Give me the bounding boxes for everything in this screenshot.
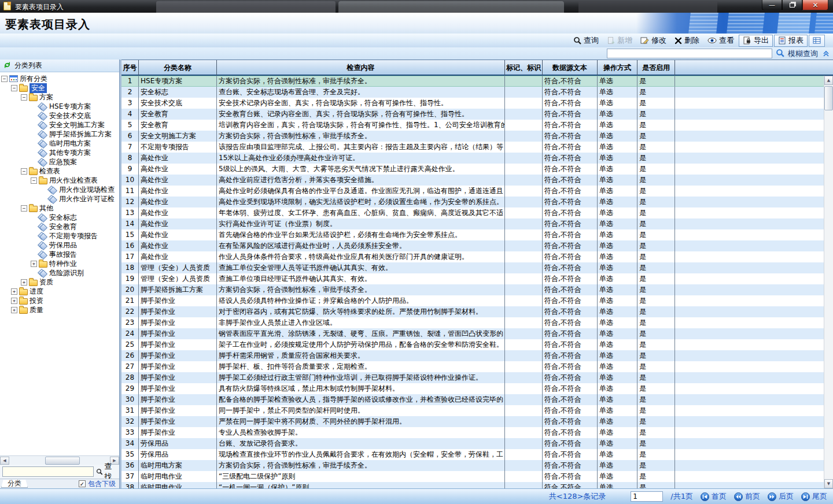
column-header-no[interactable]: 序号 — [121, 60, 139, 76]
table-row[interactable]: 5安全教育培训教育内容全面，真实，符合现场实际，符合有可操作性、指导性。1、公司… — [121, 120, 833, 131]
tree-search-input[interactable] — [2, 466, 94, 477]
table-vertical-scrollbar[interactable]: ▲ ▼ — [824, 76, 833, 488]
tree-item[interactable]: 劳保用品 — [0, 240, 119, 250]
tree-item[interactable]: 不定期专项报告 — [0, 231, 119, 240]
tree-item[interactable]: 用火作业许可证检 — [0, 194, 119, 203]
expand-node-icon[interactable]: + — [11, 288, 17, 295]
table-row[interactable]: 31脚手架作业同一脚手架中，禁止不同类型的架杆同时使用。符合,不符合单选是 — [121, 405, 833, 416]
include-sublevel-checkbox[interactable]: ✓ — [79, 480, 86, 487]
table-row[interactable]: 6安全文明施工方案方案切合实际，符合强制性标准，审批手续齐全。符合,不符合单选是 — [121, 131, 833, 142]
tree-item[interactable]: −用火作业检查表 — [0, 176, 119, 185]
expand-node-icon[interactable]: + — [31, 261, 37, 267]
tree-item[interactable]: 安全技术交底 — [0, 111, 119, 120]
table-row[interactable]: 19管理（安全）人员资质查施工单位项目经理证书原件确认其真实、有效。符合,不符合… — [121, 273, 833, 284]
table-row[interactable]: 30脚手架作业配备合格的脚手架检查验收人员，指导脚手架的搭设或修改作业，并检查验… — [121, 394, 833, 405]
tree-item[interactable]: +投资 — [0, 296, 119, 305]
column-header-mark[interactable]: 标记、标识 — [505, 60, 543, 76]
first-page-button[interactable]: 首页 — [701, 491, 727, 502]
table-row[interactable]: 24脚手架作业钢管表面应平直光滑、涂防锈漆，无裂缝、硬弯、压痕。严重锈蚀、裂缝，… — [121, 328, 833, 339]
导出-button[interactable]: 导出 — [739, 35, 773, 47]
table-row[interactable]: 13高处作业年老体弱、疲劳过度、女工怀孕、患有高血压、心脏病、贫血、癫痫病、高度… — [121, 207, 833, 218]
tree-item[interactable]: −所有分类 — [0, 74, 119, 83]
collapse-node-icon[interactable]: − — [1, 76, 8, 82]
fuzzy-search-icon[interactable] — [776, 49, 784, 59]
next-page-button[interactable]: 后页 — [768, 491, 794, 502]
table-row[interactable]: 17高处作业作业人员身体条件符合要求，特级高处作业应具有相关医疗部门开具的健康证… — [121, 251, 833, 262]
columns-button[interactable] — [809, 35, 825, 47]
table-row[interactable]: 9高处作业5级以上的强风、大雨、大雪、大雾等恶劣天气情况下禁止进行露天高处作业。… — [121, 164, 833, 175]
table-row[interactable]: 3安全技术交底安全技术记录内容全面、真实，符合现场实际，符合有可操作性、指导性。… — [121, 98, 833, 109]
tree-item[interactable]: −其他 — [0, 203, 119, 213]
close-button[interactable]: ✕ — [802, 0, 828, 10]
table-row[interactable]: 16高处作业在有坠落风险的区域进行高处作业时，人员必须系挂安全带。符合,不符合单… — [121, 240, 833, 251]
table-row[interactable]: 20脚手架搭拆施工方案方案切合实际，符合强制性标准，审批手续齐全。符合,不符合单… — [121, 284, 833, 295]
column-header-content[interactable]: 检查内容 — [217, 60, 505, 76]
minimize-button[interactable]: — — [762, 0, 782, 10]
查询-button[interactable]: 查询 — [570, 35, 602, 47]
tree-item[interactable]: 脚手架搭拆施工方案 — [0, 129, 119, 139]
scroll-left-icon[interactable]: ◀ — [0, 457, 9, 465]
collapse-node-icon[interactable]: − — [11, 85, 17, 91]
table-row[interactable]: 36临时用电方案方案切合实际，符合强制性标准，审批手续齐全。符合,不符合单选是 — [121, 460, 833, 471]
tree-item[interactable]: +特种作业 — [0, 259, 119, 268]
tree-item[interactable]: −检查表 — [0, 166, 119, 176]
table-row[interactable]: 25脚手架作业架子工在作业时，必须按规定使用个人防护劳动保护用品，配备合格的安全… — [121, 339, 833, 350]
scrollbar-thumb[interactable] — [824, 86, 833, 110]
新增-button[interactable]: 新增 — [603, 35, 636, 47]
tree-item[interactable]: HSE专项方案 — [0, 102, 119, 111]
expand-node-icon[interactable]: + — [21, 279, 27, 286]
expand-node-icon[interactable]: + — [11, 307, 17, 313]
table-row[interactable]: 26脚手架作业脚手杆需采用钢管，质量应符合国家相关要求。符合,不符合单选是 — [121, 350, 833, 361]
table-row[interactable]: 7不定期专项报告该报告应由项目监理部完成、上报公司。其主要内容：报告主题及主要内… — [121, 142, 833, 153]
column-header-mode[interactable]: 操作方式 — [598, 60, 637, 76]
table-row[interactable]: 21脚手架作业搭设人员必须具特种作业操作证；并穿戴合格的个人防护用品。符合,不符… — [121, 295, 833, 306]
table-row[interactable]: 34劳保用品台账、发放记录符合要求。符合,不符合单选是 — [121, 438, 833, 449]
tree-item[interactable]: +资质 — [0, 277, 119, 287]
page-number-input[interactable] — [631, 491, 663, 502]
删除-button[interactable]: 删除 — [671, 35, 703, 47]
tree-item[interactable]: −安全 — [0, 83, 119, 92]
tab-category[interactable]: 分类 — [1, 480, 28, 488]
collapse-node-icon[interactable]: − — [21, 205, 27, 212]
报表-button[interactable]: 报表 — [774, 35, 808, 47]
collapse-node-icon[interactable]: − — [21, 168, 27, 175]
tree-item[interactable]: 其他专项方案 — [0, 148, 119, 157]
table-row[interactable]: 12高处作业高处作业受到现场环境限制，确实无法搭设护栏时，必须设置生命绳，作为安… — [121, 197, 833, 207]
table-row[interactable]: 1HSE专项方案方案切合实际，符合强制性标准，审批手续齐全。符合,不符合单选是 — [121, 76, 833, 87]
table-row[interactable]: 32脚手架作业严禁在同一脚手架中将不同材质、不同外径的脚手架杆混用。符合,不符合… — [121, 416, 833, 427]
table-row[interactable]: 37临时用电作业“三级配电二级保护”原则符合,不符合单选是 — [121, 471, 833, 482]
fuzzy-query-label[interactable]: 模糊查询 — [788, 49, 818, 59]
table-row[interactable]: 23脚手架作业非脚手架作业人员禁止进入作业区域。符合,不符合单选是 — [121, 317, 833, 328]
table-row[interactable]: 28脚手架作业脚手架工必须经过行政主管部门特种作业培训，并已取得脚手架搭设特种作… — [121, 372, 833, 383]
tree-item[interactable]: 事故报告 — [0, 250, 119, 259]
修改-button[interactable]: 修改 — [637, 35, 670, 47]
table-row[interactable]: 22脚手架作业对于密闭容器内，或有其它防爆、防火等特殊要求的处所。严禁使用竹制脚… — [121, 306, 833, 317]
column-header-category[interactable]: 分类名称 — [139, 60, 217, 76]
include-sublevel-option[interactable]: ✓ 包含下级 — [79, 479, 116, 489]
tree-item[interactable]: 危险源识别 — [0, 268, 119, 277]
restore-button[interactable] — [782, 0, 802, 10]
table-row[interactable]: 27脚手架作业脚手架杆、板、扣件等符合质量要求，定期检查。符合,不符合单选是 — [121, 361, 833, 372]
table-row[interactable]: 15高处作业首先确保合格的作业平台如果无法搭设护栏，必须有生命绳作为安全带系挂点… — [121, 229, 833, 240]
tree-item[interactable]: 用火作业现场检查 — [0, 185, 119, 194]
table-row[interactable]: 11高处作业高处作业时必须确保具有合格的作业平台及通道。作业面应无孔洞，临边有围… — [121, 186, 833, 197]
table-row[interactable]: 8高处作业15米以上高处作业必须办理高处作业许可证。符合,不符合单选是 — [121, 153, 833, 164]
tree-item[interactable]: +进度 — [0, 287, 119, 296]
scroll-up-icon[interactable]: ▲ — [824, 76, 833, 85]
tree-item[interactable]: 临时用电方案 — [0, 139, 119, 148]
tree-item[interactable]: +质量 — [0, 305, 119, 314]
查看-button[interactable]: 查看 — [704, 35, 738, 47]
table-row[interactable]: 29脚手架作业具有防火防爆等特殊区域，禁止用木制或竹制脚手架材料。符合,不符合单… — [121, 383, 833, 394]
scrollbar-thumb[interactable] — [45, 457, 80, 465]
collapse-node-icon[interactable]: − — [31, 177, 37, 184]
collapse-node-icon[interactable]: − — [21, 94, 27, 101]
table-row[interactable]: 14高处作业实行高处作业许可证（作业票）制度。符合,不符合单选是 — [121, 218, 833, 229]
table-row[interactable]: 33脚手架作业专业人员检查验收脚手架。符合,不符合单选是 — [121, 427, 833, 438]
table-row[interactable]: 35劳保用品现场检查直接作业环节的作业人员佩戴符合要求，在有效期内（安全帽，安全… — [121, 449, 833, 460]
collapse-panel-icon[interactable] — [823, 50, 830, 57]
scroll-down-icon[interactable]: ▼ — [824, 479, 833, 488]
column-header-enabled[interactable]: 是否启用 — [637, 60, 675, 76]
expand-node-icon[interactable]: + — [11, 298, 17, 304]
tree-item[interactable]: 安全文明施工方案 — [0, 120, 119, 129]
last-page-button[interactable]: 尾页 — [801, 491, 827, 502]
